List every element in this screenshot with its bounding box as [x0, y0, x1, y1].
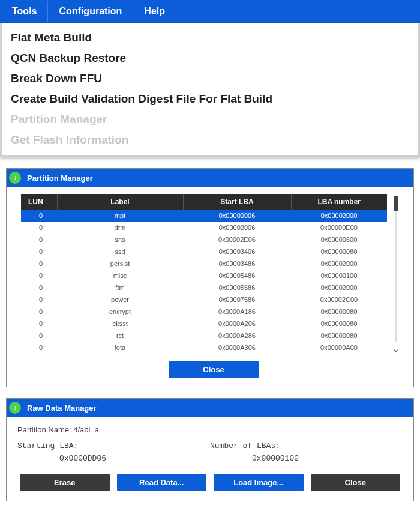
cell-label: rct	[57, 330, 183, 342]
table-row[interactable]: 0eksst0x0000A2060x00000080	[21, 318, 387, 330]
cell-label: drm	[57, 222, 183, 234]
cell-lun: 0	[21, 342, 57, 354]
partition-name-line: Partition Name: 4/abl_a	[17, 425, 403, 434]
cell-label: eksst	[57, 318, 183, 330]
cell-lba_number: 0x00002000	[291, 210, 387, 222]
partition-table-header-row: LUN Label Start LBA LBA number	[21, 194, 387, 210]
cell-start_lba: 0x00002E06	[183, 234, 291, 246]
cell-start_lba: 0x00000006	[183, 210, 291, 222]
raw-data-manager-header: ↓ Raw Data Manager	[7, 399, 413, 417]
cell-lun: 0	[21, 234, 57, 246]
lba-values-row: 0x0000DD06 0x00000100	[17, 454, 403, 463]
col-header-label[interactable]: Label	[57, 194, 183, 210]
table-row[interactable]: 0power0x000075860x00002C00	[21, 294, 387, 306]
menu-configuration[interactable]: Configuration	[48, 1, 133, 22]
cell-label: fota	[57, 342, 183, 354]
tools-item-create-build-validation[interactable]: Create Build Validation Digest File For …	[2, 89, 418, 109]
scrollbar-track[interactable]	[395, 211, 397, 342]
partition-scrollbar[interactable]: ⌄	[391, 194, 401, 354]
cell-lun: 0	[21, 270, 57, 282]
table-row[interactable]: 0persist0x000034860x00002000	[21, 258, 387, 270]
cell-lba_number: 0x00002000	[291, 282, 387, 294]
tools-item-break-down-ffu[interactable]: Break Down FFU	[2, 68, 418, 89]
cell-lba_number: 0x00000080	[291, 330, 387, 342]
raw-data-manager-title: Raw Data Manager	[27, 404, 97, 413]
cell-lba_number: 0x00000080	[291, 246, 387, 258]
partition-manager-panel: ↓ Partition Manager LUN Label Start LBA …	[6, 168, 414, 387]
cell-lun: 0	[21, 318, 57, 330]
cell-lun: 0	[21, 294, 57, 306]
cell-start_lba: 0x0000A306	[183, 342, 291, 354]
cell-lun: 0	[21, 330, 57, 342]
partition-name-label: Partition Name:	[17, 425, 71, 434]
cell-label: mpt	[57, 210, 183, 222]
cell-label: persist	[57, 258, 183, 270]
table-row[interactable]: 0fota0x0000A3060x00000A00	[21, 342, 387, 354]
partition-close-row: Close	[21, 361, 406, 378]
raw-close-button[interactable]: Close	[311, 474, 401, 491]
read-data-button[interactable]: Read Data...	[117, 474, 207, 491]
cell-lun: 0	[21, 258, 57, 270]
erase-button[interactable]: Erase	[20, 474, 110, 491]
cell-label: misc	[57, 270, 183, 282]
table-row[interactable]: 0encrypt0x0000A1860x00000080	[21, 306, 387, 318]
partition-close-button[interactable]: Close	[169, 361, 259, 378]
download-arrow-icon: ↓	[9, 402, 21, 414]
number-lbas-value: 0x00000100	[210, 454, 403, 463]
cell-lba_number: 0x00000080	[291, 306, 387, 318]
partition-manager-title: Partition Manager	[27, 174, 93, 183]
table-row[interactable]: 0sns0x00002E060x00000600	[21, 234, 387, 246]
raw-data-manager-body: Partition Name: 4/abl_a Starting LBA: Nu…	[7, 417, 413, 501]
cell-lba_number: 0x00000100	[291, 270, 387, 282]
menu-help[interactable]: Help	[133, 1, 176, 22]
raw-buttons-row: Erase Read Data... Load Image... Close	[17, 474, 403, 491]
partition-manager-body: LUN Label Start LBA LBA number 0mpt0x000…	[7, 187, 413, 387]
table-row[interactable]: 0rct0x0000A2860x00000080	[21, 330, 387, 342]
partition-table: LUN Label Start LBA LBA number 0mpt0x000…	[21, 194, 387, 354]
tools-item-get-flash-information: Get Flash Information	[2, 130, 418, 150]
cell-label: power	[57, 294, 183, 306]
cell-start_lba: 0x00003486	[183, 258, 291, 270]
starting-lba-label: Starting LBA:	[17, 441, 210, 450]
cell-start_lba: 0x0000A186	[183, 306, 291, 318]
cell-start_lba: 0x00003406	[183, 246, 291, 258]
cell-start_lba: 0x00002006	[183, 222, 291, 234]
menu-bar: Tools Configuration Help	[0, 0, 420, 23]
cell-lba_number: 0x00002C00	[291, 294, 387, 306]
cell-lun: 0	[21, 306, 57, 318]
tools-item-flat-meta-build[interactable]: Flat Meta Build	[2, 28, 418, 48]
col-header-lba-number[interactable]: LBA number	[291, 194, 387, 210]
table-row[interactable]: 0mpt0x000000060x00002000	[21, 210, 387, 222]
table-row[interactable]: 0drm0x000020060x00000E00	[21, 222, 387, 234]
cell-lun: 0	[21, 210, 57, 222]
cell-start_lba: 0x00005486	[183, 270, 291, 282]
table-row[interactable]: 0ssd0x000034060x00000080	[21, 246, 387, 258]
col-header-start-lba[interactable]: Start LBA	[183, 194, 291, 210]
menu-tools[interactable]: Tools	[1, 1, 48, 22]
download-arrow-icon: ↓	[9, 172, 21, 184]
cell-lba_number: 0x00000A00	[291, 342, 387, 354]
cell-label: sns	[57, 234, 183, 246]
cell-start_lba: 0x0000A286	[183, 330, 291, 342]
cell-start_lba: 0x0000A206	[183, 318, 291, 330]
cell-lun: 0	[21, 282, 57, 294]
col-header-lun[interactable]: LUN	[21, 194, 57, 210]
cell-start_lba: 0x00005586	[183, 282, 291, 294]
cell-lba_number: 0x00000600	[291, 234, 387, 246]
table-row[interactable]: 0misc0x000054860x00000100	[21, 270, 387, 282]
load-image-button[interactable]: Load Image...	[214, 474, 304, 491]
lba-labels-row: Starting LBA: Number of LBAs:	[17, 441, 403, 450]
cell-start_lba: 0x00007586	[183, 294, 291, 306]
table-row[interactable]: 0ftm0x000055860x00002000	[21, 282, 387, 294]
cell-lun: 0	[21, 222, 57, 234]
cell-label: ftm	[57, 282, 183, 294]
partition-name-value: 4/abl_a	[73, 425, 99, 434]
scrollbar-thumb[interactable]	[394, 196, 398, 211]
raw-data-manager-panel: ↓ Raw Data Manager Partition Name: 4/abl…	[6, 398, 414, 501]
tools-item-qcn-backup-restore[interactable]: QCN Backup Restore	[2, 48, 418, 68]
cell-lba_number: 0x00002000	[291, 258, 387, 270]
menu-spacer	[176, 1, 419, 22]
cell-lba_number: 0x00000E00	[291, 222, 387, 234]
tools-dropdown: Flat Meta Build QCN Backup Restore Break…	[0, 23, 420, 157]
chevron-down-icon[interactable]: ⌄	[392, 344, 400, 354]
